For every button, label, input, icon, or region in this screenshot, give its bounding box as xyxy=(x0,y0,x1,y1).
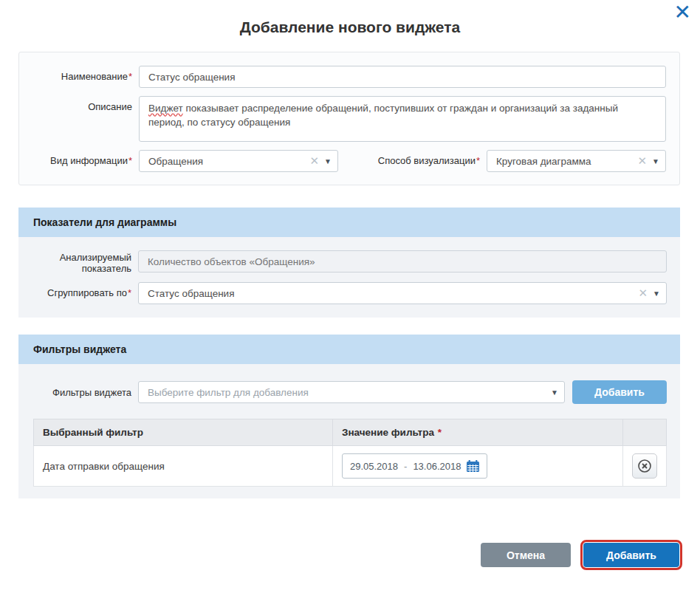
main-form-panel: Наименование* Описание Виджет показывает… xyxy=(18,52,680,185)
visualization-label: Способ визуализации* xyxy=(343,150,487,172)
dialog-title: Добавление нового виджета xyxy=(0,18,700,36)
filter-actions-cell xyxy=(622,446,666,487)
info-type-label-text: Вид информации xyxy=(50,155,128,166)
name-input[interactable] xyxy=(139,66,666,88)
filters-table-header-row: Выбранный фильтр Значение фильтра * xyxy=(34,419,667,446)
visualization-select[interactable]: Круговая диаграмма ✕ ▼ xyxy=(487,150,666,172)
description-textarea[interactable]: Виджет показывает распределение обращени… xyxy=(139,96,666,142)
info-type-group: Вид информации* Обращения ✕ ▼ xyxy=(19,150,343,172)
clear-icon[interactable]: ✕ xyxy=(310,154,320,168)
description-label: Описание xyxy=(19,96,139,112)
group-by-label-text: Сгруппировать по xyxy=(47,287,127,298)
date-from-value[interactable]: 29.05.2018 xyxy=(350,461,398,472)
dialog-footer: Отмена Добавить xyxy=(481,543,679,567)
add-widget-dialog: ✕ Добавление нового виджета Наименование… xyxy=(0,0,700,593)
add-filter-button[interactable]: Добавить xyxy=(572,380,667,404)
filters-table: Выбранный фильтр Значение фильтра * Дата… xyxy=(33,419,667,487)
indicators-section-header: Показатели для диаграммы xyxy=(18,208,680,237)
filter-picker-placeholder: Выберите фильтр для добавления xyxy=(148,387,551,398)
indicators-section: Показатели для диаграммы Анализируемый п… xyxy=(18,208,680,318)
column-header-value-text: Значение фильтра xyxy=(342,427,434,438)
description-label-text: Описание xyxy=(88,101,132,112)
clear-icon[interactable]: ✕ xyxy=(638,154,648,168)
group-by-row: Сгруппировать по* Статус обращения ✕ ▼ xyxy=(18,282,667,304)
required-asterisk: * xyxy=(476,155,480,166)
column-header-filter-text: Выбранный фильтр xyxy=(43,427,143,438)
analyzed-indicator-label: Анализируемый показатель xyxy=(18,250,138,274)
circled-x-icon xyxy=(637,459,652,473)
chevron-down-icon[interactable]: ▼ xyxy=(652,157,659,165)
column-header-actions xyxy=(622,419,666,446)
description-text-misspelled: Виджет xyxy=(148,103,183,114)
filter-picker-label: Фильтры виджета xyxy=(18,387,138,398)
group-by-value: Статус обращения xyxy=(148,288,639,299)
date-range-input[interactable]: 29.05.2018 - 13.06.2018 xyxy=(342,453,488,479)
name-label-text: Наименование xyxy=(61,71,128,82)
indicators-section-body: Анализируемый показатель Сгруппировать п… xyxy=(18,237,680,318)
calendar-icon[interactable] xyxy=(467,460,479,472)
chevron-down-icon[interactable]: ▼ xyxy=(324,157,332,165)
analyzed-indicator-label-line2: показатель xyxy=(82,263,131,274)
date-range-separator: - xyxy=(404,461,407,472)
column-header-filter: Выбранный фильтр xyxy=(34,419,333,446)
filters-section-body: Фильтры виджета Выберите фильтр для доба… xyxy=(18,364,680,498)
chevron-down-icon[interactable]: ▼ xyxy=(653,289,660,298)
close-icon[interactable]: ✕ xyxy=(674,1,691,24)
column-header-value: Значение фильтра * xyxy=(332,419,622,446)
required-asterisk: * xyxy=(128,71,132,82)
required-asterisk: * xyxy=(128,287,131,298)
type-visualization-row: Вид информации* Обращения ✕ ▼ Способ виз… xyxy=(19,150,666,172)
chevron-down-icon[interactable]: ▼ xyxy=(551,388,558,397)
visualization-label-text: Способ визуализации xyxy=(378,155,476,166)
info-type-label: Вид информации* xyxy=(19,150,139,172)
remove-filter-button[interactable] xyxy=(632,453,657,479)
analyzed-indicator-input xyxy=(138,250,667,272)
name-label: Наименование* xyxy=(19,66,139,82)
name-row: Наименование* xyxy=(19,66,666,88)
table-row: Дата отправки обращения 29.05.2018 - 13.… xyxy=(34,446,667,487)
filters-section-header: Фильтры виджета xyxy=(18,335,680,364)
visualization-value: Круговая диаграмма xyxy=(496,156,638,167)
group-by-select[interactable]: Статус обращения ✕ ▼ xyxy=(138,282,667,304)
required-asterisk: * xyxy=(128,155,132,166)
filter-name-text: Дата отправки обращения xyxy=(43,461,165,472)
visualization-group: Способ визуализации* Круговая диаграмма … xyxy=(343,150,666,172)
analyzed-indicator-label-line1: Анализируемый xyxy=(60,252,131,263)
description-text: показывает распределение обращений, пост… xyxy=(148,103,618,128)
filters-section: Фильтры виджета Фильтры виджета Выберите… xyxy=(18,335,680,498)
required-asterisk: * xyxy=(438,427,442,438)
analyzed-indicator-row: Анализируемый показатель xyxy=(18,250,667,274)
clear-icon[interactable]: ✕ xyxy=(639,287,648,300)
date-to-value[interactable]: 13.06.2018 xyxy=(413,461,461,472)
filter-value-cell: 29.05.2018 - 13.06.2018 xyxy=(332,446,622,487)
info-type-value: Обращения xyxy=(148,156,310,167)
cancel-button[interactable]: Отмена xyxy=(481,543,571,567)
info-type-select[interactable]: Обращения ✕ ▼ xyxy=(139,150,338,172)
filter-picker-row: Фильтры виджета Выберите фильтр для доба… xyxy=(18,380,667,404)
filter-picker-label-text: Фильтры виджета xyxy=(52,387,131,398)
group-by-label: Сгруппировать по* xyxy=(18,282,138,298)
submit-button[interactable]: Добавить xyxy=(583,543,679,567)
filter-name-cell: Дата отправки обращения xyxy=(34,446,333,487)
filter-picker-select[interactable]: Выберите фильтр для добавления ▼ xyxy=(138,381,565,403)
description-row: Описание Виджет показывает распределение… xyxy=(19,96,666,142)
